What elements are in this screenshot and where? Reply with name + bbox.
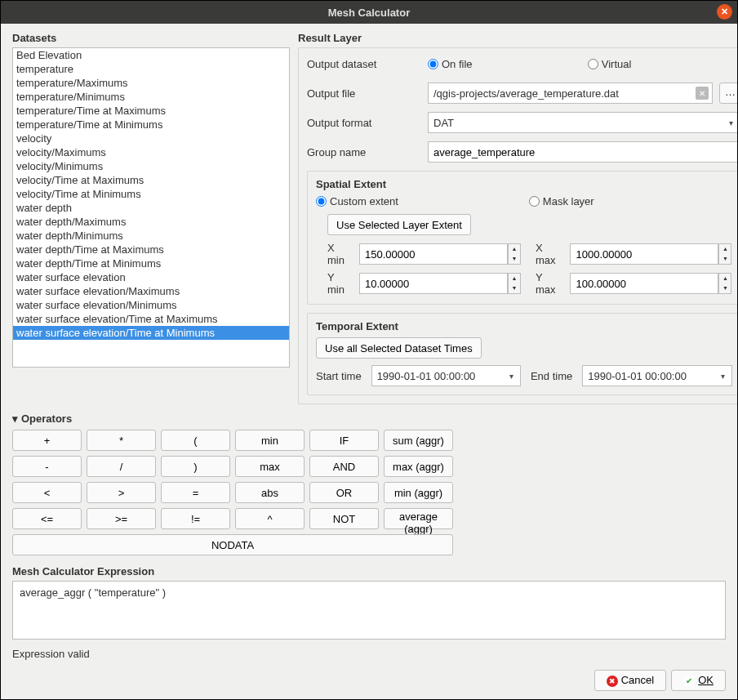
result-layer-box: Output dataset On file Virtual Output fi… [298,47,737,404]
onfile-radio-input[interactable] [428,59,438,69]
ymin-input[interactable]: ▲▼ [359,273,521,294]
operator-button[interactable]: * [87,430,156,451]
list-item[interactable]: water depth/Maximums [13,215,289,229]
operator-button[interactable]: = [161,482,230,503]
xmax-input[interactable]: ▲▼ [570,243,731,265]
operator-button[interactable]: >= [87,508,156,529]
operator-button[interactable]: abs [235,482,305,503]
virtual-radio-input[interactable] [588,59,598,69]
result-panel: Result Layer Output dataset On file Virt… [298,32,737,404]
result-title: Result Layer [298,32,737,44]
ymin-label: Y min [327,271,345,296]
operator-button[interactable]: > [87,482,156,503]
list-item[interactable]: temperature [13,62,289,76]
operator-button[interactable]: OR [309,482,379,503]
operator-button[interactable]: <= [12,508,82,529]
list-item[interactable]: water surface elevation/Maximums [13,284,289,298]
ymax-spinner[interactable]: ▲▼ [718,273,731,294]
operator-button[interactable]: sum (aggr) [384,430,453,451]
browse-button[interactable]: … [719,82,737,104]
operator-button[interactable]: ( [161,430,230,451]
mask-layer-radio-input[interactable] [529,196,540,207]
list-item[interactable]: velocity/Minimums [13,159,289,173]
xmin-label: X min [327,242,345,266]
content: Datasets Bed Elevationtemperaturetempera… [1,24,737,699]
list-item[interactable]: temperature/Time at Maximums [13,104,289,118]
operator-button[interactable]: AND [309,456,379,477]
operator-button[interactable]: min [235,430,305,451]
ymin-spinner[interactable]: ▲▼ [508,273,521,294]
ymax-label: Y max [536,271,556,296]
operator-button[interactable]: + [12,430,82,451]
list-item[interactable]: water surface elevation [13,270,289,284]
clear-icon[interactable]: ✕ [696,87,709,100]
list-item[interactable]: water surface elevation/Time at Minimums [13,326,289,340]
list-item[interactable]: water depth [13,201,289,215]
start-time-label: Start time [316,370,362,382]
xmin-spinner[interactable]: ▲▼ [508,243,521,265]
list-item[interactable]: temperature/Maximums [13,76,289,90]
list-item[interactable]: velocity/Maximums [13,145,289,159]
operator-button[interactable]: ) [161,456,230,477]
operator-button[interactable]: max (aggr) [384,456,453,477]
operators-toggle[interactable]: ▾ Operators [12,412,726,425]
datasets-title: Datasets [12,32,290,44]
operator-button[interactable]: IF [309,430,379,451]
cancel-icon [607,674,621,686]
list-item[interactable]: water depth/Minimums [13,229,289,243]
spatial-extent-box: Spatial Extent Custom extent Mask layer [307,171,737,305]
xmax-label: X max [536,242,556,266]
close-icon[interactable]: ✕ [717,4,732,20]
list-item[interactable]: temperature/Minimums [13,90,289,104]
operator-button[interactable]: - [12,456,82,477]
operators-grid: +*(minIFsum (aggr)-/)maxANDmax (aggr)<>=… [12,430,453,529]
group-name-label: Group name [307,146,421,158]
window-title: Mesh Calculator [328,7,410,19]
list-item[interactable]: water surface elevation/Time at Maximums [13,312,289,326]
operator-button[interactable]: min (aggr) [384,482,453,503]
list-item[interactable]: water surface elevation/Minimums [13,298,289,312]
list-item[interactable]: temperature/Time at Minimums [13,118,289,132]
ok-icon [683,674,698,686]
operators-section: ▾ Operators +*(minIFsum (aggr)-/)maxANDm… [12,412,726,555]
custom-extent-radio-input[interactable] [316,196,327,207]
group-name-input[interactable] [428,141,737,163]
use-selected-layer-extent-button[interactable]: Use Selected Layer Extent [327,214,471,235]
list-item[interactable]: velocity [13,132,289,145]
temporal-extent-title: Temporal Extent [316,320,731,332]
output-format-select[interactable]: DAT [428,112,737,133]
operator-button[interactable]: < [12,482,82,503]
expression-title: Mesh Calculator Expression [12,565,726,577]
mask-layer-radio[interactable]: Mask layer [529,195,594,207]
operator-button[interactable]: max [235,456,305,477]
xmin-input[interactable]: ▲▼ [359,243,521,265]
onfile-radio[interactable]: On file [428,58,581,70]
nodata-button[interactable]: NODATA [12,534,453,555]
temporal-extent-box: Temporal Extent Use all Selected Dataset… [307,313,737,395]
output-file-input[interactable]: /qgis-projects/average_temperature.dat ✕ [428,82,713,104]
operator-button[interactable]: ^ [235,508,305,529]
operator-button[interactable]: / [87,456,156,477]
virtual-radio[interactable]: Virtual [588,58,737,70]
list-item[interactable]: Bed Elevation [13,48,289,62]
list-item[interactable]: velocity/Time at Maximums [13,173,289,187]
use-all-times-button[interactable]: Use all Selected Dataset Times [316,337,482,359]
operator-button[interactable]: average (aggr) [384,508,453,529]
list-item[interactable]: water depth/Time at Maximums [13,243,289,256]
cancel-button[interactable]: Cancel [594,670,666,691]
custom-extent-radio[interactable]: Custom extent [316,195,398,207]
title-bar: Mesh Calculator ✕ [1,1,737,24]
end-time-combo[interactable]: 1990-01-01 00:00:00 [582,365,731,386]
operator-button[interactable]: != [161,508,230,529]
datasets-list[interactable]: Bed Elevationtemperaturetemperature/Maxi… [12,47,290,368]
spatial-extent-title: Spatial Extent [316,178,731,190]
xmax-spinner[interactable]: ▲▼ [718,243,731,265]
ymax-input[interactable]: ▲▼ [570,273,731,294]
operator-button[interactable]: NOT [309,508,379,529]
expression-input[interactable]: average_aggr ( "temperature" ) [12,581,726,640]
list-item[interactable]: velocity/Time at Minimums [13,187,289,201]
ok-button[interactable]: OK [671,670,726,691]
list-item[interactable]: water depth/Time at Minimums [13,256,289,270]
start-time-combo[interactable]: 1990-01-01 00:00:00 [371,365,521,386]
end-time-label: End time [531,370,572,382]
